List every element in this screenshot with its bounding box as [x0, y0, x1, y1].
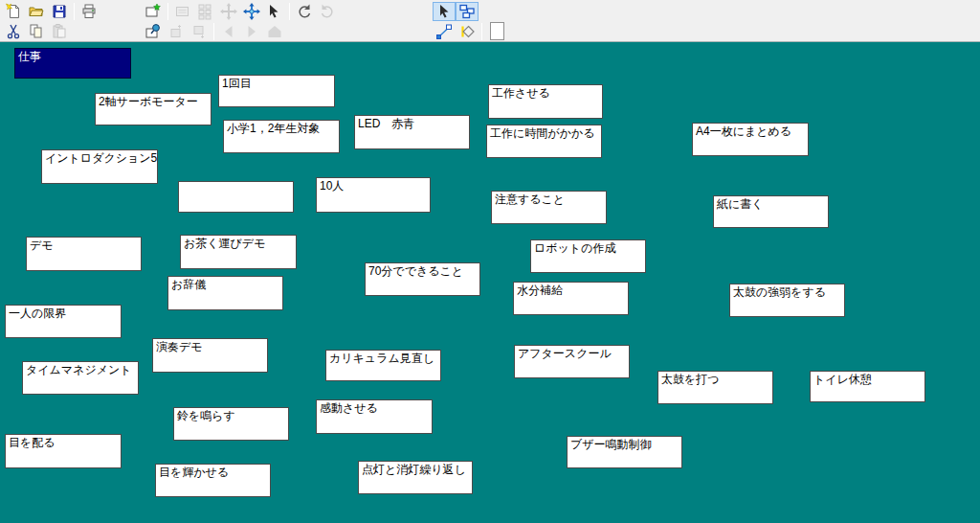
toolbar-row — [433, 21, 504, 41]
arrange-grid-icon — [194, 2, 217, 21]
card-label: イントロダクション5分 — [45, 151, 154, 167]
card[interactable]: 工作に時間がかかる — [486, 125, 602, 158]
card-label: 工作させる — [492, 86, 599, 102]
card[interactable]: トイレ休憩 — [810, 371, 925, 402]
select-arrow-icon[interactable] — [263, 2, 286, 21]
card-label: 紙に書く — [717, 197, 825, 213]
zoom-card-icon[interactable] — [142, 22, 165, 41]
link-mode-icon[interactable] — [433, 22, 456, 41]
toolbar-row — [433, 1, 504, 21]
group-mode-icon[interactable] — [456, 2, 479, 21]
move-all-icon[interactable] — [240, 2, 263, 21]
card[interactable]: 演奏デモ — [152, 338, 268, 373]
card-label: 水分補給 — [517, 284, 625, 299]
new-file-icon[interactable] — [2, 2, 25, 21]
open-folder-icon[interactable] — [25, 2, 48, 21]
card[interactable]: 10人 — [316, 177, 431, 213]
undo-icon[interactable] — [293, 2, 316, 21]
card-label: カリキュラム見直し — [329, 352, 437, 367]
toolbar-row — [142, 1, 339, 21]
card[interactable]: ロボットの作成 — [530, 239, 646, 273]
card[interactable]: 目を輝かせる — [155, 464, 271, 497]
card-label: デモ — [30, 239, 138, 254]
select-mode-icon[interactable] — [433, 2, 456, 21]
card[interactable]: 目を配る — [5, 434, 122, 468]
card[interactable]: アフタースクール — [514, 345, 630, 378]
toolbar-group-mode — [433, 1, 504, 41]
card[interactable]: 注意すること — [491, 191, 607, 224]
level-up-icon — [165, 22, 188, 41]
copy-icon[interactable] — [25, 22, 48, 41]
card[interactable]: 紙に書く — [713, 195, 829, 228]
card[interactable]: 水分補給 — [513, 282, 629, 315]
edit-card-icon — [171, 2, 194, 21]
card[interactable]: ブザー鳴動制御 — [567, 436, 682, 468]
root-card[interactable]: 仕事 — [14, 48, 131, 79]
level-down-icon — [188, 22, 211, 41]
toolbar-group-file — [2, 1, 100, 41]
toolbar-row — [2, 1, 100, 21]
card[interactable]: デモ — [26, 237, 142, 271]
card[interactable]: 2軸サーボモーター — [95, 93, 212, 125]
home-icon — [263, 22, 286, 41]
card-label: アフタースクール — [518, 347, 626, 362]
card-label: ブザー鳴動制御 — [570, 438, 679, 453]
card[interactable]: カリキュラム見直し — [325, 350, 441, 381]
card[interactable]: お茶く運びデモ — [180, 235, 297, 269]
card[interactable]: 鈴を鳴らす — [173, 407, 289, 441]
card[interactable] — [178, 181, 294, 213]
cut-icon[interactable] — [2, 22, 25, 41]
toolbar-divider — [74, 3, 75, 20]
card[interactable]: お辞儀 — [167, 276, 283, 310]
card[interactable]: 小学1，2年生対象 — [223, 120, 340, 153]
redo-icon — [316, 2, 339, 21]
card-label: 太鼓を打つ — [661, 373, 769, 388]
card-label: トイレ休憩 — [813, 373, 922, 388]
card-label: ロボットの作成 — [534, 241, 642, 257]
card[interactable]: A4一枚にまとめる — [692, 123, 809, 156]
card-label: 仕事 — [18, 50, 127, 65]
card-label: 太鼓の強弱をする — [733, 285, 841, 301]
new-card-icon[interactable] — [142, 2, 165, 21]
card[interactable]: 太鼓を打つ — [657, 371, 773, 404]
card[interactable]: 工作させる — [488, 84, 603, 119]
card-label: 工作に時間がかかる — [490, 126, 598, 142]
card[interactable]: 点灯と消灯繰り返し — [358, 461, 473, 494]
toolbar-row — [142, 21, 339, 41]
card-label: 70分でできること — [368, 264, 477, 280]
card-label: 小学1，2年生対象 — [227, 122, 336, 137]
card-label: 点灯と消灯繰り返し — [362, 463, 469, 478]
card-label: 目を輝かせる — [159, 466, 267, 481]
forward-icon — [240, 22, 263, 41]
toolbar-divider — [481, 23, 482, 40]
print-icon[interactable] — [78, 2, 100, 21]
card-label: 一人の限界 — [9, 307, 118, 322]
back-icon — [217, 22, 240, 41]
card-label: 10人 — [320, 179, 427, 194]
card-label: お茶く運びデモ — [184, 237, 293, 252]
card-label: 2軸サーボモーター — [99, 95, 208, 110]
card[interactable]: イントロダクション5分 — [41, 149, 158, 184]
label-mode-icon[interactable] — [456, 22, 479, 41]
toolbar — [0, 0, 980, 42]
card[interactable]: 70分でできること — [365, 262, 480, 296]
save-icon[interactable] — [48, 2, 71, 21]
card[interactable]: タイムマネジメント — [22, 361, 139, 395]
card-label: タイムマネジメント — [26, 363, 135, 378]
card-label: A4一枚にまとめる — [696, 125, 805, 140]
card[interactable]: 太鼓の強弱をする — [729, 284, 845, 317]
paste-icon — [48, 22, 71, 41]
card-label: LED 赤青 — [358, 117, 466, 132]
card[interactable]: LED 赤青 — [354, 115, 470, 149]
card[interactable]: 1回目 — [218, 75, 335, 107]
toolbar-divider — [289, 3, 290, 20]
canvas[interactable]: 仕事1回目2軸サーボモーター小学1，2年生対象LED 赤青工作させる工作に時間が… — [0, 42, 980, 523]
card-label: 注意すること — [495, 193, 603, 208]
toolbar-divider — [213, 23, 214, 40]
move-cross-icon — [217, 2, 240, 21]
card[interactable]: 感動させる — [316, 399, 433, 434]
card[interactable]: 一人の限界 — [5, 305, 122, 338]
color-swatch-box[interactable] — [490, 22, 504, 40]
card-label: 目を配る — [9, 436, 118, 451]
card-label: 鈴を鳴らす — [177, 409, 285, 424]
